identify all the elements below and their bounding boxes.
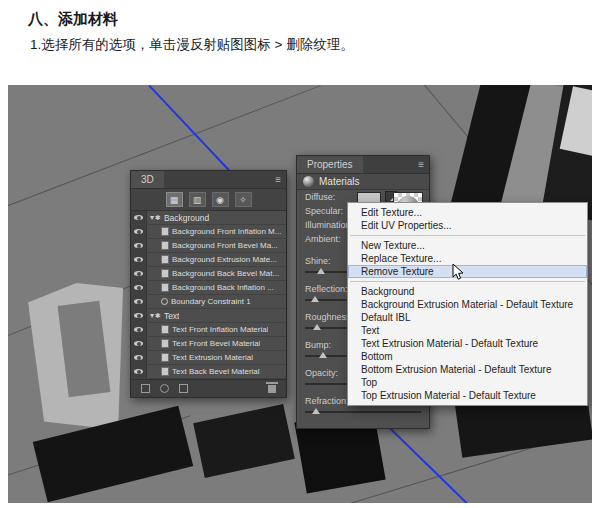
tree-row-constraint[interactable]: Boundary Constraint 1 (131, 295, 286, 309)
visibility-toggle[interactable] (131, 253, 147, 266)
3d-panel-titlebar: 3D ≡ (131, 171, 286, 189)
filter-meshes-icon[interactable]: ▥ (189, 192, 206, 207)
menu-item-remove-texture[interactable]: Remove Texture (348, 265, 587, 278)
tree-item-label: Background Front Inflation M... (172, 227, 281, 236)
tutorial-step-title: 八、添加材料 (28, 10, 118, 29)
tree-row-material[interactable]: Text Front Bevel Material (131, 337, 286, 351)
tree-row-text-group[interactable]: ▾ ✱ Text (131, 309, 286, 323)
properties-titlebar: Properties ≡ (297, 156, 429, 174)
eye-icon (134, 243, 143, 248)
material-sphere-icon (303, 176, 314, 187)
light-icon[interactable] (160, 384, 169, 393)
tree-item-label: Background Front Bevel Ma... (172, 241, 278, 250)
property-label: Diffuse: (305, 192, 357, 202)
visibility-toggle[interactable] (131, 267, 147, 280)
eye-icon (134, 271, 143, 276)
eye-icon (134, 215, 143, 220)
tab-3d[interactable]: 3D (131, 171, 164, 188)
visibility-toggle[interactable] (131, 337, 147, 350)
filter-materials-icon[interactable]: ◉ (212, 192, 229, 207)
menu-item-bottom[interactable]: Bottom (348, 350, 587, 363)
mouse-cursor-icon (452, 263, 464, 285)
slider-thumb[interactable] (313, 324, 321, 330)
visibility-toggle[interactable] (131, 323, 147, 336)
visibility-toggle[interactable] (131, 309, 147, 322)
guide-line (382, 420, 469, 503)
menu-item-edit-uv[interactable]: Edit UV Properties... (348, 219, 587, 232)
texture-icon (161, 269, 169, 278)
tab-properties[interactable]: Properties (297, 156, 363, 173)
eye-icon (134, 369, 143, 374)
tree-item-label: Text Front Inflation Material (172, 325, 268, 334)
visibility-toggle[interactable] (131, 225, 147, 238)
3d-filter-bar: ▦ ▥ ◉ ✧ (131, 189, 286, 211)
panel-menu-icon[interactable]: ≡ (275, 174, 281, 185)
tree-row-material[interactable]: Background Back Bevel Mat... (131, 267, 286, 281)
tree-item-label: Text Back Bevel Material (172, 367, 260, 376)
tutorial-page: 八、添加材料 1.选择所有的选项，单击漫反射贴图图标 > 删除纹理。 3D ≡ (0, 0, 600, 508)
visibility-toggle[interactable] (131, 281, 147, 294)
visibility-toggle[interactable] (131, 295, 147, 308)
menu-item-edit-texture[interactable]: Edit Texture... (348, 206, 587, 219)
chevron-down-icon[interactable]: ▾ (150, 213, 154, 222)
refraction-slider[interactable] (305, 411, 421, 413)
mesh-icon: ✱ (155, 214, 161, 222)
constraint-icon (161, 298, 168, 305)
tree-row-material[interactable]: Background Front Bevel Ma... (131, 239, 286, 253)
slider-thumb[interactable] (311, 296, 319, 302)
menu-item-top[interactable]: Top (348, 376, 587, 389)
3d-letter-shape (193, 404, 295, 478)
ground-plane-icon[interactable] (179, 384, 188, 393)
slider-thumb[interactable] (312, 408, 320, 414)
3d-scene-tree: ▾ ✱ Background Background Front Inflatio… (131, 211, 286, 379)
tree-row-material[interactable]: Text Extrusion Material (131, 351, 286, 365)
menu-item-background[interactable]: Background (348, 285, 587, 298)
eye-icon (134, 341, 143, 346)
eye-icon (134, 327, 143, 332)
menu-item-text-extrusion[interactable]: Text Extrusion Material - Default Textur… (348, 337, 587, 350)
slider-thumb[interactable] (317, 268, 325, 274)
texture-icon (161, 255, 169, 264)
menu-item-text[interactable]: Text (348, 324, 587, 337)
tree-row-material[interactable]: Background Front Inflation M... (131, 225, 286, 239)
menu-item-top-extrusion[interactable]: Top Extrusion Material - Default Texture (348, 389, 587, 402)
visibility-toggle[interactable] (131, 239, 147, 252)
tree-row-material[interactable]: Background Back Inflation ... (131, 281, 286, 295)
tree-item-label: Background (164, 213, 209, 223)
filter-lights-icon[interactable]: ✧ (235, 192, 252, 207)
3d-viewport[interactable]: 3D ≡ ▦ ▥ ◉ ✧ ▾ ✱ Background Ba (8, 85, 592, 503)
eye-icon (134, 257, 143, 262)
trash-icon[interactable] (268, 385, 276, 393)
tree-item-label: Boundary Constraint 1 (171, 297, 251, 306)
diffuse-color-swatch[interactable] (357, 192, 381, 203)
menu-item-background-extrusion[interactable]: Background Extrusion Material - Default … (348, 298, 587, 311)
menu-item-new-texture[interactable]: New Texture... (348, 239, 587, 252)
texture-icon (161, 353, 169, 362)
materials-section-label: Materials (319, 176, 360, 187)
menu-item-replace-texture[interactable]: Replace Texture... (348, 252, 587, 265)
visibility-toggle[interactable] (131, 211, 147, 224)
slider-thumb[interactable] (319, 352, 327, 358)
chevron-down-icon[interactable]: ▾ (150, 311, 154, 320)
tree-row-material[interactable]: Background Extrusion Mate... (131, 253, 286, 267)
menu-item-default-ibl[interactable]: Default IBL (348, 311, 587, 324)
tree-item-label: Text (164, 311, 180, 321)
texture-context-menu: Edit Texture... Edit UV Properties... Ne… (347, 202, 588, 406)
3d-panel-toolbar (131, 379, 286, 397)
3d-panel: 3D ≡ ▦ ▥ ◉ ✧ ▾ ✱ Background Ba (130, 170, 287, 398)
texture-icon (161, 241, 169, 250)
menu-item-bottom-extrusion[interactable]: Bottom Extrusion Material - Default Text… (348, 363, 587, 376)
visibility-toggle[interactable] (131, 365, 147, 378)
tree-row-material[interactable]: Text Back Bevel Material (131, 365, 286, 379)
panel-menu-icon[interactable]: ≡ (418, 159, 424, 170)
tutorial-step-instruction: 1.选择所有的选项，单击漫反射贴图图标 > 删除纹理。 (30, 36, 354, 54)
tree-row-background-group[interactable]: ▾ ✱ Background (131, 211, 286, 225)
materials-section-header: Materials (297, 174, 429, 190)
visibility-toggle[interactable] (131, 351, 147, 364)
tree-row-material[interactable]: Text Front Inflation Material (131, 323, 286, 337)
mesh-icon: ✱ (155, 312, 161, 320)
texture-icon (161, 367, 169, 376)
scene-icon[interactable] (141, 384, 150, 393)
filter-scene-icon[interactable]: ▦ (166, 192, 183, 207)
eye-icon (134, 299, 143, 304)
